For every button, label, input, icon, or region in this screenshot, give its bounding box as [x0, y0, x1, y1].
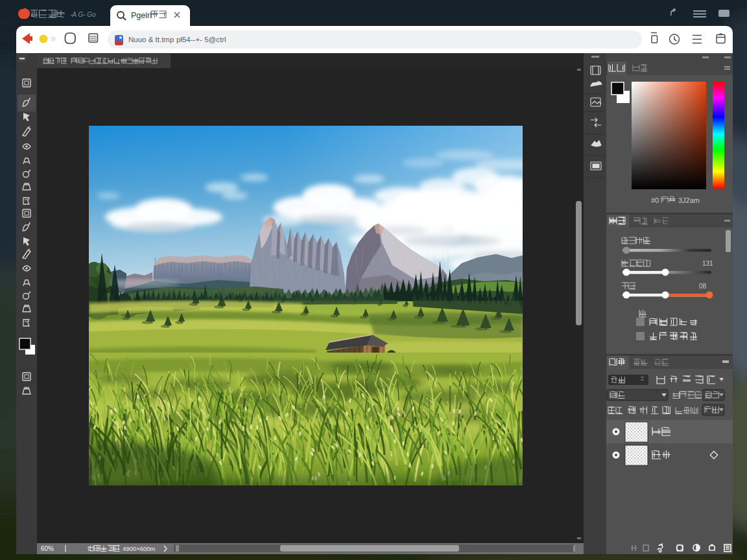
svg-text:60%: 60%	[41, 545, 54, 552]
svg-text:pł54--+- 5@ctrl: pł54--+- 5@ctrl	[176, 36, 226, 43]
svg-text:4900×600m: 4900×600m	[123, 545, 156, 552]
svg-text:131: 131	[702, 260, 713, 267]
svg-text:#0: #0	[651, 196, 659, 204]
svg-text:Pgelri: Pgelri	[131, 11, 152, 20]
svg-text:-A G- Go: -A G- Go	[70, 11, 96, 18]
svg-text:3J2am: 3J2am	[678, 196, 700, 204]
svg-text:08: 08	[699, 283, 707, 290]
svg-text:Nuuo & tt.tmp: Nuuo & tt.tmp	[128, 36, 174, 43]
